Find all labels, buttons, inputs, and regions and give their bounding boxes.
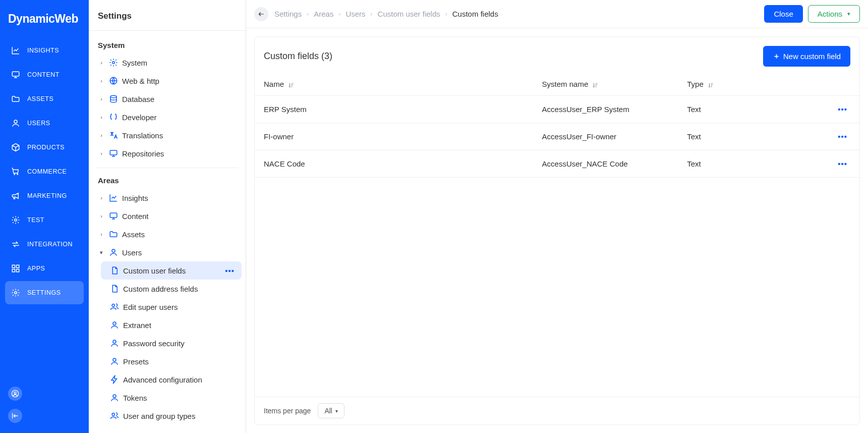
col-system-name[interactable]: System name xyxy=(533,73,678,96)
nav-label: ASSETS xyxy=(27,95,53,102)
gear-icon xyxy=(11,215,20,225)
tree-item-system[interactable]: ›System xyxy=(89,53,246,72)
tree-item-user-and-group-types[interactable]: User and group types xyxy=(89,407,246,425)
tree-item-advanced-configuration[interactable]: Advanced configuration xyxy=(89,370,246,389)
chevron-icon: › xyxy=(98,96,105,102)
items-per-page-select[interactable]: All ▾ xyxy=(318,403,344,418)
nav-item-apps[interactable]: APPS xyxy=(5,257,84,280)
user-icon xyxy=(110,339,119,348)
col-name[interactable]: Name xyxy=(255,73,533,96)
sidebar-divider xyxy=(96,168,239,168)
brand-logo: DynamicWeb xyxy=(0,0,89,35)
cell-system-name: AccessUser_FI-owner xyxy=(533,123,678,150)
sort-icon xyxy=(708,82,714,88)
tree-item-database[interactable]: ›Database xyxy=(89,90,246,108)
user-icon xyxy=(11,119,20,128)
plus-icon: ＋ xyxy=(773,51,780,61)
tree-item-repositories[interactable]: ›Repositories xyxy=(89,144,246,163)
nav-item-integration[interactable]: INTEGRATION xyxy=(5,233,84,256)
chevron-right-icon: › xyxy=(338,11,340,18)
nav-item-users[interactable]: USERS xyxy=(5,112,84,135)
tree-item-custom-address-fields[interactable]: Custom address fields xyxy=(89,280,246,298)
user-icon xyxy=(109,248,118,257)
tree-label: Database xyxy=(122,95,154,103)
nav-label: PRODUCTS xyxy=(27,144,65,151)
tree-item-extranet[interactable]: Extranet xyxy=(89,316,246,334)
collapse-nav-button[interactable] xyxy=(8,409,22,423)
actions-dropdown[interactable]: Actions xyxy=(808,5,860,23)
breadcrumb-settings[interactable]: Settings xyxy=(274,10,302,18)
chevron-right-icon: › xyxy=(445,11,447,18)
tree-label: Tokens xyxy=(123,394,147,402)
braces-icon xyxy=(109,113,118,122)
folder-icon xyxy=(11,94,20,103)
bolt-icon xyxy=(110,375,119,384)
tree-label: User and group types xyxy=(123,412,195,420)
breadcrumb-areas[interactable]: Areas xyxy=(314,10,333,18)
more-icon[interactable]: ••• xyxy=(225,266,235,275)
nav-item-insights[interactable]: INSIGHTS xyxy=(5,39,84,62)
cell-type: Text xyxy=(678,123,829,150)
breadcrumb-users[interactable]: Users xyxy=(345,10,365,18)
breadcrumb-custom-user-fields[interactable]: Custom user fields xyxy=(378,10,440,18)
nav-item-settings[interactable]: SETTINGS xyxy=(5,281,84,304)
table-row[interactable]: NACE Code AccessUser_NACE Code Text ••• xyxy=(255,150,859,178)
tree-item-password-security[interactable]: Password security xyxy=(89,334,246,352)
users-icon xyxy=(110,411,119,420)
tree-item-custom-user-fields[interactable]: Custom user fields••• xyxy=(101,261,242,280)
tree-label: Presets xyxy=(123,357,149,366)
megaphone-icon xyxy=(11,191,20,200)
col-type[interactable]: Type xyxy=(678,73,829,96)
table-row[interactable]: ERP System AccessUser_ERP System Text ••… xyxy=(255,96,859,123)
tree-item-tokens[interactable]: Tokens xyxy=(89,389,246,407)
monitor-icon xyxy=(11,70,20,79)
tree-item-insights[interactable]: ›Insights xyxy=(89,189,246,207)
tree-item-translations[interactable]: ›Translations xyxy=(89,126,246,144)
chevron-icon: › xyxy=(98,195,105,201)
cell-system-name: AccessUser_ERP System xyxy=(533,96,678,123)
nav-item-content[interactable]: CONTENT xyxy=(5,63,84,86)
tree-label: Developer xyxy=(122,113,156,122)
tree-item-presets[interactable]: Presets xyxy=(89,352,246,370)
tree-item-users[interactable]: ▾Users xyxy=(89,243,246,261)
tree-item-developer[interactable]: ›Developer xyxy=(89,108,246,126)
profile-button[interactable] xyxy=(8,387,22,401)
tree-item-assets[interactable]: ›Assets xyxy=(89,225,246,243)
nav-label: CONTENT xyxy=(27,71,60,78)
nav-item-products[interactable]: PRODUCTS xyxy=(5,136,84,159)
main-area: Settings›Areas›Users›Custom user fields›… xyxy=(246,0,868,433)
tree-item-content[interactable]: ›Content xyxy=(89,207,246,225)
nav-label: INSIGHTS xyxy=(27,47,59,54)
topbar: Settings›Areas›Users›Custom user fields›… xyxy=(246,0,868,28)
tree-label: Content xyxy=(122,212,149,221)
nav-item-commerce[interactable]: COMMERCE xyxy=(5,160,84,183)
tree-label: Insights xyxy=(122,194,148,202)
nav-item-test[interactable]: TEST xyxy=(5,208,84,232)
sidebar-title: Settings xyxy=(89,0,246,31)
chevron-icon: ▾ xyxy=(98,249,105,256)
user-icon xyxy=(110,393,119,402)
chevron-icon: › xyxy=(98,60,105,66)
settings-sidebar: Settings System›System›Web & http›Databa… xyxy=(89,0,246,433)
gear-icon xyxy=(109,58,118,67)
nav-item-marketing[interactable]: MARKETING xyxy=(5,184,84,207)
tree-label: Translations xyxy=(122,131,163,140)
row-actions-button[interactable]: ••• xyxy=(829,96,859,123)
nav-item-assets[interactable]: ASSETS xyxy=(5,87,84,111)
chevron-icon: › xyxy=(98,114,105,120)
sort-icon xyxy=(288,82,294,88)
new-custom-field-button[interactable]: ＋ New custom field xyxy=(763,46,850,67)
custom-fields-panel: Custom fields (3) ＋ New custom field Nam… xyxy=(254,36,860,425)
tree-item-edit-super-users[interactable]: Edit super users xyxy=(89,298,246,316)
gear-icon xyxy=(11,288,20,297)
back-button[interactable] xyxy=(254,7,268,21)
close-button[interactable]: Close xyxy=(764,5,802,23)
tree-label: Extranet xyxy=(123,321,151,330)
nav-label: TEST xyxy=(27,216,44,224)
row-actions-button[interactable]: ••• xyxy=(829,123,859,150)
nav-label: MARKETING xyxy=(27,192,67,199)
row-actions-button[interactable]: ••• xyxy=(829,150,859,178)
sidebar-section-system: System xyxy=(89,38,246,53)
tree-item-web-http[interactable]: ›Web & http xyxy=(89,72,246,90)
table-row[interactable]: FI-owner AccessUser_FI-owner Text ••• xyxy=(255,123,859,150)
